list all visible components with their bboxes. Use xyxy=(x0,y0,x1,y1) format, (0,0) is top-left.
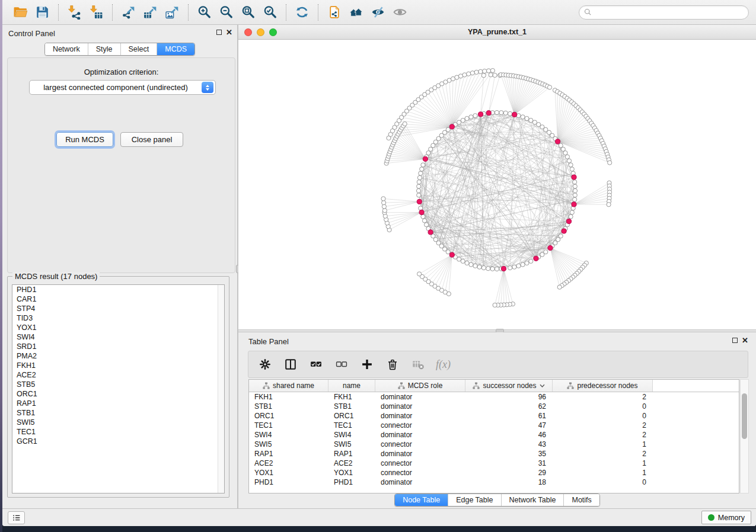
mcds-result-item[interactable]: STP4 xyxy=(12,304,224,313)
zoom-in-button[interactable] xyxy=(193,2,215,23)
zoom-out-button[interactable] xyxy=(215,2,237,23)
table-row[interactable]: ACE2ACE2connector311 xyxy=(249,459,739,468)
table-scrollbar[interactable] xyxy=(740,379,749,493)
delete-column-button[interactable] xyxy=(385,357,400,372)
mcds-result-item[interactable]: ORC1 xyxy=(12,389,224,399)
memory-button[interactable]: Memory xyxy=(701,511,751,524)
table-cell[interactable]: dominator xyxy=(375,392,465,402)
network-node[interactable] xyxy=(382,204,386,209)
network-node[interactable] xyxy=(421,214,425,219)
open-session-button[interactable] xyxy=(9,2,31,23)
mcds-result-item[interactable]: TEC1 xyxy=(12,427,224,437)
dominator-node[interactable] xyxy=(556,139,560,144)
table-cell[interactable]: 61 xyxy=(465,411,553,421)
network-node[interactable] xyxy=(512,265,516,269)
network-node[interactable] xyxy=(525,116,529,120)
network-node[interactable] xyxy=(490,69,495,73)
result-list-scrollbar[interactable] xyxy=(218,285,224,493)
table-cell[interactable]: 29 xyxy=(465,468,553,477)
select-all-button[interactable] xyxy=(308,357,324,372)
table-cell[interactable]: connector xyxy=(375,440,465,449)
network-node[interactable] xyxy=(461,118,465,123)
network-node[interactable] xyxy=(417,180,421,184)
table-cell[interactable]: PHD1 xyxy=(249,477,328,487)
table-cell[interactable]: RAP1 xyxy=(328,449,375,459)
table-cell[interactable]: dominator xyxy=(375,430,465,440)
table-cell[interactable]: connector xyxy=(375,459,465,468)
tab-mcds[interactable]: MCDS xyxy=(157,43,194,55)
network-node[interactable] xyxy=(607,203,611,207)
hide-selected-button[interactable] xyxy=(367,2,389,23)
network-node[interactable] xyxy=(563,151,567,155)
network-node[interactable] xyxy=(569,214,573,219)
network-node[interactable] xyxy=(416,188,420,193)
settings-button[interactable] xyxy=(257,357,273,372)
table-cell[interactable]: ACE2 xyxy=(328,459,375,468)
close-table-panel-button[interactable]: ✕ xyxy=(742,338,748,343)
network-node[interactable] xyxy=(557,285,562,289)
table-cell[interactable]: 96 xyxy=(465,392,553,402)
network-node[interactable] xyxy=(521,262,525,267)
network-node[interactable] xyxy=(461,259,465,263)
table-cell[interactable]: 46 xyxy=(465,430,553,440)
table-tab-node-table[interactable]: Node Table xyxy=(395,494,448,506)
table-cell[interactable]: 0 xyxy=(553,477,653,487)
zoom-selected-button[interactable] xyxy=(259,2,281,23)
network-node[interactable] xyxy=(477,265,481,269)
column-header-MCDS-role[interactable]: MCDS role xyxy=(375,380,465,392)
network-node[interactable] xyxy=(419,171,423,175)
network-node[interactable] xyxy=(422,219,426,223)
table-row[interactable]: TEC1TEC1connector472 xyxy=(249,421,739,430)
network-node[interactable] xyxy=(417,184,421,188)
network-node[interactable] xyxy=(573,184,577,188)
network-node[interactable] xyxy=(417,175,422,180)
network-node[interactable] xyxy=(462,73,467,77)
table-cell[interactable]: SWI4 xyxy=(328,430,375,440)
table-row[interactable]: SWI5SWI5connector431 xyxy=(249,440,739,449)
network-node[interactable] xyxy=(516,264,521,268)
column-header-name[interactable]: name xyxy=(328,380,375,392)
table-cell[interactable]: connector xyxy=(375,468,465,477)
mcds-result-item[interactable]: YOX1 xyxy=(12,323,224,332)
network-node[interactable] xyxy=(569,163,573,167)
tab-style[interactable]: Style xyxy=(88,43,120,55)
dominator-node[interactable] xyxy=(501,266,506,271)
network-node[interactable] xyxy=(473,114,477,118)
mcds-result-item[interactable]: STB1 xyxy=(12,408,224,418)
dominator-node[interactable] xyxy=(572,175,576,180)
table-cell[interactable]: STB1 xyxy=(249,402,328,411)
close-panel-button[interactable]: ✕ xyxy=(226,30,232,35)
mcds-result-item[interactable]: PMA2 xyxy=(12,351,224,361)
network-node[interactable] xyxy=(573,193,577,197)
network-node[interactable] xyxy=(465,116,469,120)
network-node[interactable] xyxy=(529,259,533,263)
table-cell[interactable]: 43 xyxy=(465,440,553,449)
dominator-node[interactable] xyxy=(449,124,454,129)
table-cell[interactable]: 0 xyxy=(553,411,653,421)
table-cell[interactable]: YOX1 xyxy=(328,468,375,477)
add-column-button[interactable] xyxy=(359,357,375,372)
table-cell[interactable]: 62 xyxy=(465,402,553,411)
table-cell[interactable]: 2 xyxy=(553,421,653,430)
network-node[interactable] xyxy=(493,303,497,307)
dominator-node[interactable] xyxy=(486,111,491,116)
network-node[interactable] xyxy=(499,111,503,115)
network-node[interactable] xyxy=(489,73,493,77)
network-node[interactable] xyxy=(565,155,569,159)
table-cell[interactable]: dominator xyxy=(375,402,465,411)
table-cell[interactable]: 31 xyxy=(465,459,553,468)
criterion-select[interactable]: largest connected component (undirected) xyxy=(29,80,216,95)
tab-select[interactable]: Select xyxy=(120,43,157,55)
network-node[interactable] xyxy=(570,210,574,214)
table-cell[interactable]: TEC1 xyxy=(328,421,375,430)
network-node[interactable] xyxy=(508,266,512,270)
network-node[interactable] xyxy=(573,197,577,201)
table-cell[interactable]: SWI5 xyxy=(328,440,375,449)
mcds-result-item[interactable]: RAP1 xyxy=(12,399,224,408)
table-tab-network-table[interactable]: Network Table xyxy=(501,494,564,506)
network-node[interactable] xyxy=(470,71,474,75)
network-node[interactable] xyxy=(493,73,497,77)
export-image-button[interactable] xyxy=(161,2,183,23)
table-cell[interactable]: SWI5 xyxy=(249,440,328,449)
tab-network[interactable]: Network xyxy=(45,43,88,55)
